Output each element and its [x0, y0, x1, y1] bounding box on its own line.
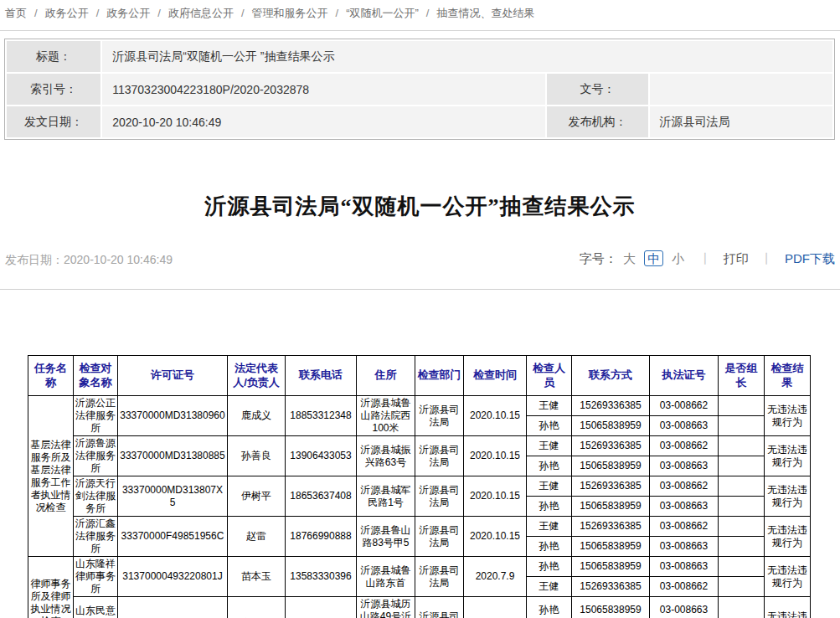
cell-inspector-name: 孙艳	[527, 597, 572, 618]
cell-phone: 18766990888	[286, 517, 357, 557]
cell-inspector-name: 王健	[527, 476, 572, 497]
column-header: 检查时间	[464, 356, 527, 396]
breadcrumb-item[interactable]: 管理和服务公开	[252, 7, 328, 19]
metadata-table: 标题： 沂源县司法局“双随机一公开 ”抽查结果公示 索引号： 113703230…	[4, 39, 835, 140]
inspection-table-body: 基层法律服务所及基层法律服务工作者执业情况检查沂源公正法律服务所33370000…	[28, 396, 811, 618]
breadcrumb-separator: /	[336, 7, 339, 19]
column-header: 检查人员	[527, 356, 572, 396]
cell-phone: 18853312348	[286, 396, 357, 436]
cell-address: 沂源县城鲁山路东首	[357, 557, 415, 597]
cell-inspector-contact: 15269336385	[572, 517, 650, 537]
cell-result: 无违法违规行为	[765, 557, 811, 597]
cell-inspector-name: 王健	[527, 396, 572, 416]
toolbar-divider: 丨	[760, 251, 773, 265]
pdf-download-button[interactable]: PDF下载	[785, 251, 835, 265]
cell-phone: 13573350446	[286, 597, 357, 618]
breadcrumb-separator: /	[241, 7, 245, 19]
cell-date: 2020.10.15	[464, 396, 527, 436]
cell-date: 2020.10.15	[464, 476, 527, 517]
cell-legal-rep: 宋志民	[228, 597, 286, 618]
column-header: 任务名称	[28, 356, 74, 396]
cell-result: 无违法违规行为	[765, 517, 811, 557]
cell-cert-no: 03-008662	[650, 476, 719, 497]
cell-legal-rep: 苗本玉	[228, 557, 286, 597]
cell-license-no: 33370000F49851956C	[118, 517, 228, 557]
meta-issue-date-value: 2020-10-20 10:46:49	[102, 106, 545, 137]
meta-title-label: 标题：	[7, 41, 100, 72]
cell-department: 沂源县司法局	[415, 597, 464, 618]
column-header: 检查对象名称	[74, 356, 118, 396]
inspection-table-area: 任务名称检查对象名称许可证号法定代表人/负责人联系电话住所检查部门检查时间检查人…	[28, 355, 840, 618]
cell-result: 无违法违规行为	[765, 436, 811, 476]
meta-issue-date-label: 发文日期：	[7, 106, 100, 137]
breadcrumb-item: 抽查情况、查处结果	[436, 7, 534, 19]
cell-inspector-contact: 15065838959	[572, 557, 650, 577]
cell-address: 沂源县城鲁山路法院西100米	[357, 396, 415, 436]
column-header: 住所	[357, 356, 415, 396]
column-header: 联系电话	[286, 356, 357, 396]
cell-inspector-contact: 15065838959	[572, 497, 650, 517]
cell-object-name: 山东民意律师事务所	[74, 597, 118, 618]
table-row: 基层法律服务所及基层法律服务工作者执业情况检查沂源公正法律服务所33370000…	[28, 396, 811, 416]
table-row: 沂源汇鑫法律服务所33370000F49851956C赵雷18766990888…	[28, 517, 811, 537]
cell-cert-no: 03-008662	[650, 436, 719, 456]
breadcrumb-item[interactable]: 首页	[5, 7, 27, 19]
font-size-small-button[interactable]: 小	[672, 251, 684, 265]
cell-legal-rep: 孙善良	[228, 436, 286, 476]
cell-object-name: 沂源鲁源法律服务所	[74, 436, 118, 476]
cell-department: 沂源县司法局	[415, 476, 464, 517]
cell-license-no: 33370000MD313807X5	[118, 476, 228, 517]
breadcrumb-item[interactable]: “双随机一公开”	[346, 7, 419, 19]
font-size-large-button[interactable]: 大	[623, 251, 636, 265]
cell-inspector-name: 王健	[527, 517, 572, 537]
cell-is-leader	[719, 497, 765, 517]
cell-is-leader	[719, 416, 765, 436]
table-row: 沂源天行剑法律服务所33370000MD313807X5伊树平186536374…	[28, 476, 811, 497]
cell-cert-no: 03-008663	[650, 597, 719, 618]
header-row: 任务名称检查对象名称许可证号法定代表人/负责人联系电话住所检查部门检查时间检查人…	[28, 356, 811, 396]
cell-legal-rep: 鹿成义	[228, 396, 286, 436]
cell-result: 无违法违规行为	[765, 597, 811, 618]
breadcrumb-separator: /	[96, 7, 100, 19]
cell-object-name: 沂源汇鑫法律服务所	[74, 517, 118, 557]
cell-phone: 13583330396	[286, 557, 357, 597]
page-title: 沂源县司法局“双随机一公开”抽查结果公示	[0, 192, 840, 221]
breadcrumb-item[interactable]: 政务公开	[106, 7, 150, 19]
column-header: 检查结果	[765, 356, 811, 396]
print-button[interactable]: 打印	[724, 251, 749, 265]
cell-cert-no: 03-008663	[650, 557, 719, 577]
cell-legal-rep: 伊树平	[228, 476, 286, 517]
cell-is-leader	[719, 537, 765, 557]
cell-inspector-contact: 15269336385	[572, 476, 650, 497]
cell-cert-no: 03-008663	[650, 416, 719, 436]
publish-date: 发布日期：2020-10-20 10:46:49	[5, 253, 173, 268]
cell-inspector-contact: 15269336385	[572, 577, 650, 597]
cell-cert-no: 03-008662	[650, 577, 719, 597]
article-toolbar: 发布日期：2020-10-20 10:46:49 字号： 大 中 小 丨 打印 …	[5, 250, 835, 271]
cell-license-no: 33370000MD31380885	[118, 436, 228, 476]
breadcrumb-separator: /	[157, 7, 161, 19]
cell-department: 沂源县司法局	[415, 517, 464, 557]
publish-date-label: 发布日期：	[5, 253, 64, 266]
cell-inspector-name: 孙艳	[527, 416, 572, 436]
table-row: 律师事务所及律师执业情况检查山东隆祥律师事务所31370000493220801…	[28, 557, 811, 577]
cell-task-name: 律师事务所及律师执业情况检查	[28, 557, 74, 618]
cell-address: 沂源县城历山路49号沂源商务大厦B座16楼	[357, 597, 415, 618]
breadcrumb-item[interactable]: 政务公开	[45, 7, 89, 19]
column-header: 联系方式	[572, 356, 650, 396]
cell-legal-rep: 赵雷	[228, 517, 286, 557]
table-row: 沂源鲁源法律服务所33370000MD31380885孙善良1390643305…	[28, 436, 811, 456]
meta-index-value: 11370323004223180P/2020-2032878	[102, 74, 545, 105]
table-row: 山东民意律师事务所31370000493219923R宋志民1357335044…	[28, 597, 811, 618]
meta-index-label: 索引号：	[7, 74, 100, 105]
cell-is-leader	[719, 396, 765, 416]
toolbar-tools: 字号： 大 中 小 丨 打印 丨 PDF下载	[580, 251, 835, 267]
cell-phone: 18653637408	[286, 476, 357, 517]
breadcrumb-item[interactable]: 政府信息公开	[168, 7, 234, 19]
breadcrumb-separator: /	[34, 7, 38, 19]
cell-license-no: 33370000MD31380960	[118, 396, 228, 436]
cell-is-leader	[719, 597, 765, 618]
inspection-table-head: 任务名称检查对象名称许可证号法定代表人/负责人联系电话住所检查部门检查时间检查人…	[28, 356, 811, 396]
font-size-medium-button[interactable]: 中	[644, 250, 663, 266]
font-size-label: 字号：	[580, 251, 617, 265]
